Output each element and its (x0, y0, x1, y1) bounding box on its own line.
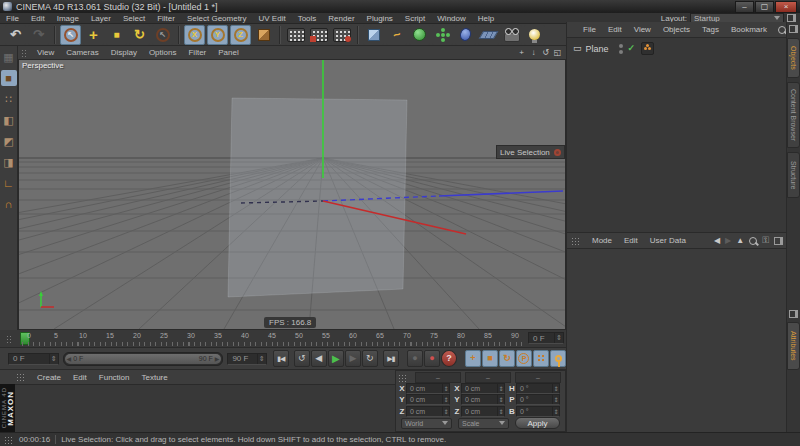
range-start-field[interactable]: 0 F⇕ (8, 353, 59, 365)
object-row-plane[interactable]: ▭ Plane ✓ (573, 42, 654, 55)
om-menu-edit[interactable]: Edit (602, 25, 628, 34)
loop-button[interactable]: ↻ (362, 350, 378, 367)
vp-menu-options[interactable]: Options (143, 48, 183, 57)
am-menu-user-data[interactable]: User Data (644, 236, 692, 245)
add-deformer-button[interactable] (455, 25, 476, 45)
render-to-picture-viewer-button[interactable] (308, 25, 329, 45)
mat-menu-texture[interactable]: Texture (136, 373, 174, 382)
camera-label[interactable]: Perspective (22, 61, 64, 70)
tab-structure[interactable]: Structure (787, 152, 800, 198)
vp-menu-display[interactable]: Display (105, 48, 143, 57)
preview-range-slider[interactable]: ◀ 0 F 90 F ▶ (63, 352, 224, 366)
key-rotation-button[interactable]: ↻ (499, 350, 515, 367)
range-end-field[interactable]: 90 F⇕ (227, 353, 266, 365)
om-menu-file[interactable]: File (577, 25, 602, 34)
layout-panel-icon[interactable] (787, 14, 796, 22)
size-x-field[interactable]: 0 cm⇕ (461, 383, 505, 394)
play-backwards-button[interactable]: ↺ (294, 350, 310, 367)
stepper-icon[interactable]: ⇕ (49, 354, 58, 364)
burger-menu-icon[interactable] (4, 436, 13, 444)
mat-menu-function[interactable]: Function (93, 373, 136, 382)
panel-grip[interactable] (6, 335, 12, 343)
undo-button[interactable]: ↶ (5, 25, 26, 45)
menu-script[interactable]: Script (399, 14, 431, 23)
rotation-dropdown[interactable]: – (515, 372, 561, 383)
size-z-field[interactable]: 0 cm⇕ (461, 406, 505, 417)
model-mode-button[interactable]: ■ (1, 70, 17, 86)
rotate-button[interactable]: ↻ (129, 25, 150, 45)
record-button[interactable]: ● (407, 350, 423, 367)
panel-grip[interactable] (21, 49, 27, 57)
stepper-icon[interactable]: ⇕ (554, 333, 563, 343)
menu-help[interactable]: Help (472, 14, 500, 23)
redo-button[interactable]: ↷ (28, 25, 49, 45)
visibility-toggles[interactable] (619, 43, 623, 55)
om-menu-tags[interactable]: Tags (696, 25, 725, 34)
burger-menu-icon[interactable] (16, 373, 25, 381)
render-active-view-button[interactable] (285, 25, 306, 45)
vp-menu-cameras[interactable]: Cameras (60, 48, 104, 57)
attribute-manager-body[interactable] (567, 249, 786, 433)
panel-icon[interactable] (789, 310, 798, 318)
enable-axis-button[interactable]: ∟ (1, 175, 17, 191)
menu-tools[interactable]: Tools (292, 14, 323, 23)
zoom-camera-icon[interactable]: ↓ (528, 47, 539, 58)
coordinate-space-dropdown[interactable]: World (401, 418, 452, 429)
add-camera-button[interactable] (501, 25, 522, 45)
close-button[interactable]: × (775, 1, 797, 13)
om-menu-objects[interactable]: Objects (657, 25, 696, 34)
panel-icon[interactable] (789, 25, 798, 33)
snapping-button[interactable]: ∩ (1, 196, 17, 212)
om-menu-bookmark[interactable]: Bookmark (725, 25, 773, 34)
rotation-p-field[interactable]: 0 °⇕ (516, 394, 560, 405)
vp-menu-filter[interactable]: Filter (182, 48, 212, 57)
viewport-canvas[interactable]: Perspective Live Selection FPS : 166.8 (18, 59, 566, 330)
maximize-button[interactable]: ▢ (755, 1, 774, 13)
apply-button[interactable]: Apply (515, 417, 560, 429)
panel-icon[interactable] (774, 237, 783, 245)
position-x-field[interactable]: 0 cm⇕ (406, 383, 450, 394)
goto-end-button[interactable]: ▶▮ (383, 350, 399, 367)
vp-menu-panel[interactable]: Panel (212, 48, 244, 57)
coordinate-system-button[interactable] (253, 25, 274, 45)
rotate-camera-icon[interactable]: ↺ (540, 47, 551, 58)
menu-filter[interactable]: Filter (151, 14, 181, 23)
size-dropdown[interactable]: – (465, 372, 511, 383)
last-used-tool-button[interactable]: ↖ (152, 25, 173, 45)
add-modeling-object-button[interactable] (432, 25, 453, 45)
keyframe-selection-button[interactable] (550, 350, 566, 367)
history-back-icon[interactable]: ◀ (714, 237, 720, 245)
key-pla-button[interactable] (533, 350, 549, 367)
size-mode-dropdown[interactable]: Scale (458, 418, 509, 429)
live-selection-button[interactable]: ↖ (60, 25, 81, 45)
edges-mode-button[interactable]: ◧ (1, 112, 17, 128)
move-button[interactable]: + (83, 25, 104, 45)
object-tree[interactable]: ▭ Plane ✓ (567, 38, 786, 233)
vp-menu-view[interactable]: View (31, 48, 60, 57)
make-editable-button[interactable]: ▦ (1, 49, 17, 65)
object-name[interactable]: Plane (586, 44, 609, 54)
add-spline-button[interactable]: ~ (386, 25, 407, 45)
menu-render[interactable]: Render (322, 14, 360, 23)
add-light-button[interactable] (524, 25, 545, 45)
tab-content-browser[interactable]: Content Browser (787, 82, 800, 148)
scale-button[interactable]: ■ (106, 25, 127, 45)
texture-mode-button[interactable]: ◨ (1, 154, 17, 170)
goto-start-button[interactable]: ▮◀ (273, 350, 289, 367)
stepper-icon[interactable]: ⇕ (257, 354, 266, 364)
lock-y-axis-button[interactable]: Y (207, 25, 228, 45)
minimize-button[interactable]: – (735, 1, 754, 13)
current-frame-field[interactable]: 0 F⇕ (528, 332, 564, 344)
size-y-field[interactable]: 0 cm⇕ (461, 394, 505, 405)
search-icon[interactable] (778, 26, 786, 34)
position-z-field[interactable]: 0 cm⇕ (406, 406, 450, 417)
am-menu-edit[interactable]: Edit (618, 236, 644, 245)
menu-uv-edit[interactable]: UV Edit (253, 14, 292, 23)
timeline-ruler[interactable]: 05 1015 2025 3035 4045 5055 6065 7075 80… (0, 330, 566, 348)
polygons-mode-button[interactable]: ◩ (1, 133, 17, 149)
toggle-view-icon[interactable]: ◱ (552, 47, 563, 58)
key-position-button[interactable]: + (465, 350, 481, 367)
key-scale-button[interactable]: ■ (482, 350, 498, 367)
pan-camera-icon[interactable]: + (516, 47, 527, 58)
add-environment-button[interactable] (478, 25, 499, 45)
